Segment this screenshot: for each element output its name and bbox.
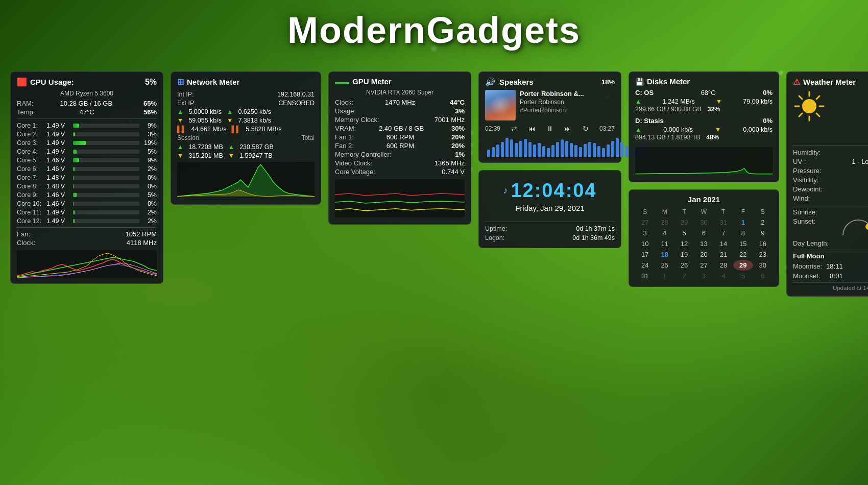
media-bar — [542, 146, 545, 157]
dewpoint-label: Dewpoint: — [793, 185, 823, 193]
cpu-core-row: Core 9: 1.46 V 5% — [17, 190, 157, 199]
disk-d-section: D: Stasis 0% ▲ 0.000 kb/s ▼ 0.000 kb/s 8… — [635, 117, 773, 141]
cal-day: 8 — [733, 228, 753, 238]
fan2-label: Fan 2: — [335, 142, 354, 150]
prev-button[interactable]: ⏮ — [528, 125, 536, 133]
time-total: 03:27 — [599, 125, 615, 132]
cal-day: 14 — [714, 238, 733, 249]
cal-day: 30 — [753, 260, 773, 271]
ext-ip-value: CENSORED — [278, 100, 315, 107]
clock-label: Clock: — [17, 239, 35, 247]
disk-icon: 💾 — [635, 78, 644, 86]
ram-value: 10.28 GB / 16 GB — [60, 100, 112, 107]
cal-day: 1 — [733, 217, 753, 228]
moonset-label: Moonset: — [793, 272, 820, 280]
humidity-label: Humidity: — [793, 149, 821, 156]
cal-week-row: 10111213141516 — [635, 238, 773, 249]
ram-label: RAM: — [17, 100, 34, 107]
disk-widget: 💾 Disks Meter C: OS 68°C 0% ▲ 1.242 MB/s… — [629, 71, 779, 182]
vram-pct: 30% — [447, 125, 465, 132]
media-bar — [561, 139, 564, 157]
svg-rect-0 — [17, 250, 157, 278]
cal-day: 31 — [714, 217, 733, 228]
disk-d-up-speed: 0.000 kb/s — [663, 126, 693, 133]
cal-day: 3 — [694, 271, 713, 281]
cal-day-header: S — [635, 207, 655, 217]
track-name: Porter Robinson &... — [520, 90, 615, 98]
svg-line-12 — [816, 96, 819, 99]
cal-day-header: W — [694, 207, 713, 217]
cal-day: 2 — [753, 217, 773, 228]
cal-day: 31 — [635, 271, 655, 281]
cal-day: 7 — [714, 228, 733, 238]
media-bars — [485, 137, 615, 157]
next-button[interactable]: ⏭ — [564, 125, 571, 133]
media-bar — [487, 150, 490, 157]
cal-day-header: M — [655, 207, 674, 217]
cal-week-row: 3456789 — [635, 228, 773, 238]
cal-day: 1 — [655, 271, 674, 281]
disk-d-size: 894.13 GB / 1.8193 TB 48% — [635, 134, 773, 141]
media-bar — [505, 138, 509, 157]
media-bar — [570, 143, 573, 157]
gpu-usage-label: Usage: — [335, 107, 356, 115]
uv-bar-container: 1 - Low — [852, 158, 868, 165]
network-icon: ⊞ — [177, 77, 184, 87]
gpu-model: NVIDIA RTX 2060 Super — [335, 89, 465, 96]
moonrise-label: Moonrise: — [793, 262, 822, 270]
wind-label: Wind: — [793, 195, 810, 202]
cal-day: 16 — [753, 238, 773, 249]
fan-label: Fan: — [17, 230, 30, 238]
cal-day: 30 — [694, 217, 713, 228]
svg-line-13 — [799, 113, 802, 116]
cal-day: 3 — [635, 228, 655, 238]
media-bar — [620, 142, 623, 157]
media-bar — [597, 146, 600, 157]
cal-day: 6 — [753, 271, 773, 281]
media-bar — [556, 142, 559, 157]
pause-button[interactable]: ⏸ — [546, 125, 553, 133]
up-total-icon: ▲ — [228, 143, 234, 151]
disk-c-size-pct: 32% — [707, 106, 720, 113]
disk-c-label: C: OS — [635, 89, 654, 96]
cal-day: 11 — [655, 238, 674, 249]
total-header: Total — [302, 134, 315, 141]
down-arrow-icon2: ▼ — [227, 117, 233, 124]
moon-phase: Full Moon — [793, 252, 843, 260]
down1-label: 7.3818 kb/s — [238, 117, 271, 124]
up-session-icon: ▲ — [177, 143, 183, 151]
cal-day: 23 — [753, 249, 773, 260]
media-bar — [574, 145, 577, 157]
repeat-button[interactable]: ↻ — [583, 125, 589, 133]
up-arrow-icon2: ▲ — [227, 108, 233, 115]
up-total: 230.587 GB — [239, 143, 274, 151]
moonrise-value: 18:11 — [826, 262, 843, 270]
moonset-value: 8:01 — [830, 272, 842, 280]
int-ip-value: 192.168.0.31 — [277, 91, 315, 98]
gpu-clock-value: 1470 MHz — [385, 99, 415, 106]
updated-text: Updated at 14:03 — [793, 282, 868, 291]
track-art — [485, 90, 516, 120]
logon-label: Logon: — [485, 234, 504, 241]
media-bar — [584, 144, 587, 157]
cal-week-row: 272829303112 — [635, 217, 773, 228]
media-bar — [547, 148, 550, 157]
cal-day-header: S — [753, 207, 773, 217]
uptime-value: 0d 1h 37m 1s — [576, 225, 615, 232]
temp-label: Temp: — [17, 108, 35, 116]
sun-widget — [793, 90, 826, 123]
media-bar — [593, 143, 596, 157]
disk-d-size-pct: 48% — [706, 134, 719, 141]
cpu-core-row: Core 5: 1.46 V 9% — [17, 156, 157, 164]
uptime-label: Uptime: — [485, 225, 507, 232]
mem-ctrl-pct: 1% — [447, 151, 465, 158]
gpu-icon: ▬▬ — [335, 78, 349, 86]
svg-line-11 — [816, 113, 819, 116]
media-bar — [611, 141, 614, 157]
cal-day: 24 — [635, 260, 655, 271]
media-title: Speakers — [499, 78, 534, 86]
shuffle-button[interactable]: ⇄ — [511, 125, 517, 133]
calendar-month-year: Jan 2021 — [635, 195, 773, 204]
vram-label: VRAM: — [335, 125, 356, 132]
middle-column: 🔊 Speakers 18% Porter Robinson &... Port… — [478, 71, 621, 248]
